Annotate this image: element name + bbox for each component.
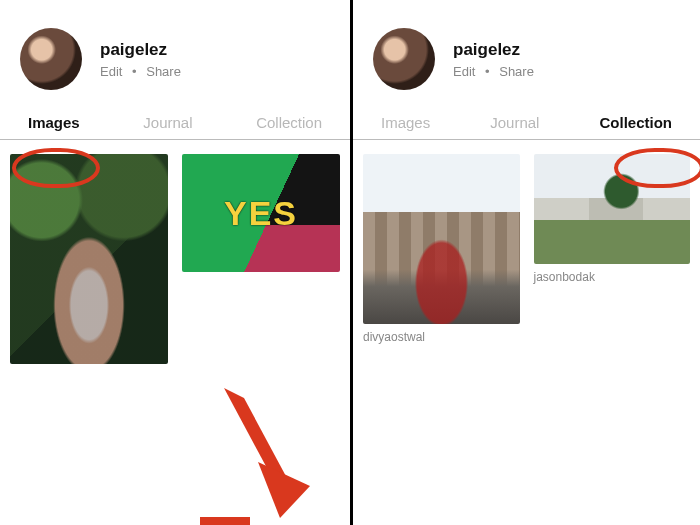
tab-collection[interactable]: Collection xyxy=(256,114,322,131)
profile-header: paigelez Edit • Share xyxy=(353,0,700,100)
tab-bar: Images Journal Collection xyxy=(0,100,350,140)
collection-item[interactable]: divyaostwal xyxy=(363,154,520,344)
pane-images: paigelez Edit • Share Images Journal Col… xyxy=(0,0,350,525)
collection-thumb xyxy=(363,154,520,324)
profile-info: paigelez Edit • Share xyxy=(453,40,534,79)
tab-journal[interactable]: Journal xyxy=(143,114,192,131)
collection-thumb xyxy=(534,154,691,264)
images-grid: YES xyxy=(0,140,350,378)
edit-link[interactable]: Edit xyxy=(453,64,475,79)
profile-actions: Edit • Share xyxy=(100,64,181,79)
profile-header: paigelez Edit • Share xyxy=(0,0,350,100)
avatar[interactable] xyxy=(20,28,82,90)
author-caption: jasonbodak xyxy=(534,270,691,284)
edit-link[interactable]: Edit xyxy=(100,64,122,79)
username: paigelez xyxy=(100,40,181,60)
tab-collection[interactable]: Collection xyxy=(599,114,672,131)
share-link[interactable]: Share xyxy=(146,64,181,79)
tab-journal[interactable]: Journal xyxy=(490,114,539,131)
image-thumb[interactable]: YES xyxy=(182,154,340,272)
annotation-red-chip xyxy=(200,517,250,525)
collection-item[interactable]: jasonbodak xyxy=(534,154,691,344)
tab-images[interactable]: Images xyxy=(28,114,80,131)
profile-actions: Edit • Share xyxy=(453,64,534,79)
avatar[interactable] xyxy=(373,28,435,90)
image-thumb[interactable] xyxy=(10,154,168,364)
share-link[interactable]: Share xyxy=(499,64,534,79)
username: paigelez xyxy=(453,40,534,60)
tab-bar: Images Journal Collection xyxy=(353,100,700,140)
split-divider xyxy=(350,0,353,525)
collection-grid: divyaostwal jasonbodak xyxy=(353,140,700,358)
pane-collection: paigelez Edit • Share Images Journal Col… xyxy=(353,0,700,525)
image-text: YES xyxy=(224,194,298,233)
separator-dot: • xyxy=(132,64,137,79)
tab-images[interactable]: Images xyxy=(381,114,430,131)
profile-info: paigelez Edit • Share xyxy=(100,40,181,79)
separator-dot: • xyxy=(485,64,490,79)
author-caption: divyaostwal xyxy=(363,330,520,344)
